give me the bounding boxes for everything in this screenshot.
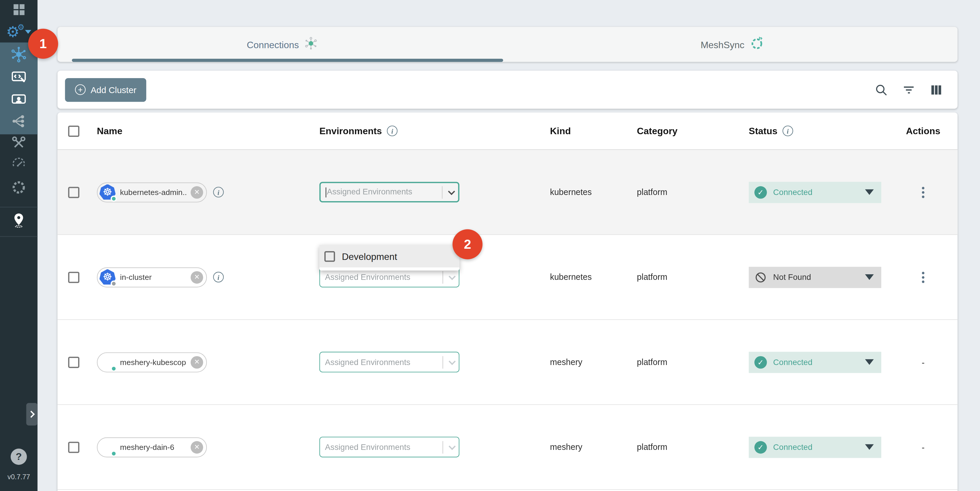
status-dot-notfound <box>111 280 117 286</box>
status-dot-connected <box>111 450 117 456</box>
select-all-checkbox[interactable] <box>68 126 79 137</box>
connection-info-icon[interactable]: i <box>213 187 224 197</box>
gears-icon: ⚙⚙ <box>6 24 20 39</box>
kind-cell: kubernetes <box>533 273 624 282</box>
column-header-category[interactable]: Category <box>623 126 729 136</box>
remove-connection-icon[interactable]: ✕ <box>191 186 203 199</box>
row-checkbox[interactable] <box>68 186 79 198</box>
table-toolbar: + Add Cluster <box>57 70 958 109</box>
column-header-status[interactable]: Status i <box>729 126 889 136</box>
column-header-kind[interactable]: Kind <box>533 126 624 136</box>
connected-check-icon: ✓ <box>754 186 767 199</box>
connection-name-chip[interactable]: meshery-kubescop... ✕ <box>97 352 207 372</box>
sidebar-item-service-mesh[interactable] <box>0 113 38 132</box>
table-row: ☸ kubernetes-admin... ✕ i Assigned Envir… <box>57 150 958 235</box>
meshery-ring-icon <box>11 180 27 198</box>
caret-down-icon <box>865 359 874 365</box>
connection-info-icon[interactable]: i <box>213 272 224 283</box>
meshsync-spinner-icon <box>749 35 764 53</box>
chevron-down-icon[interactable] <box>449 273 456 280</box>
sidebar-expand-button[interactable] <box>26 403 37 426</box>
filter-icon <box>902 83 916 97</box>
sidebar-item-configuration[interactable] <box>0 69 38 87</box>
plus-icon: + <box>75 84 86 95</box>
row-actions-menu-button[interactable] <box>922 271 924 283</box>
row-checkbox[interactable] <box>68 271 79 283</box>
sidebar: ⚙⚙ <box>0 0 38 491</box>
tab-meshsync[interactable]: MeshSync <box>508 27 958 62</box>
branch-nodes-icon <box>11 113 27 132</box>
option-checkbox[interactable] <box>324 251 335 261</box>
location-pin-icon <box>11 212 27 230</box>
sidebar-item-performance[interactable] <box>0 156 38 174</box>
kubernetes-logo-icon: ☸ <box>99 269 115 285</box>
table-header-row: Name Environments i Kind Category Status… <box>57 113 958 150</box>
dashboard-grid-icon <box>12 3 25 19</box>
status-dot-connected <box>111 195 117 202</box>
sidebar-item-users[interactable] <box>0 91 38 110</box>
connection-name-chip[interactable]: meshery-dain-6 ✕ <box>97 437 207 457</box>
connected-check-icon: ✓ <box>754 441 767 453</box>
app-version: v0.7.77 <box>0 473 38 481</box>
sidebar-divider <box>0 207 38 207</box>
caret-down-icon <box>865 274 874 280</box>
caret-down-icon <box>865 189 874 195</box>
kind-cell: meshery <box>533 442 624 452</box>
category-cell: platform <box>623 442 729 452</box>
remove-connection-icon[interactable]: ✕ <box>191 441 203 453</box>
columns-icon <box>929 83 943 97</box>
environments-select[interactable]: Assigned Environments <box>319 352 460 372</box>
chevron-down-icon[interactable] <box>449 443 456 450</box>
caret-down-icon <box>865 444 874 450</box>
chevron-down-icon[interactable] <box>449 358 456 365</box>
toolbar-icons <box>872 81 945 99</box>
remove-connection-icon[interactable]: ✕ <box>191 356 203 369</box>
tab-connections[interactable]: Connections <box>57 27 508 62</box>
connected-check-icon: ✓ <box>754 356 767 369</box>
connection-name-chip[interactable]: ☸ in-cluster ✕ <box>97 267 207 287</box>
add-cluster-button[interactable]: + Add Cluster <box>65 78 146 102</box>
info-icon[interactable]: i <box>387 126 398 136</box>
view-columns-button[interactable] <box>928 81 945 99</box>
chevron-down-icon[interactable] <box>448 188 455 195</box>
status-select[interactable]: ✓ Connected <box>749 436 881 458</box>
row-actions-menu-button[interactable] <box>922 186 924 198</box>
status-select[interactable]: Not Found <box>749 266 881 288</box>
sidebar-divider <box>0 236 38 237</box>
environment-option-development[interactable]: Development <box>319 245 460 267</box>
active-tab-indicator <box>72 59 503 62</box>
help-button[interactable]: ? <box>0 448 38 466</box>
environments-select[interactable]: Assigned Environments <box>319 182 460 202</box>
avatar-icon <box>99 354 115 370</box>
search-button[interactable] <box>872 81 890 99</box>
status-select[interactable]: ✓ Connected <box>749 181 881 203</box>
filter-button[interactable] <box>900 81 918 99</box>
column-header-environments[interactable]: Environments i <box>310 126 532 136</box>
table-row: meshery-kubescop... ✕ Assigned Environme… <box>57 320 958 405</box>
status-dot-connected <box>111 365 117 372</box>
chevron-right-icon <box>27 411 34 418</box>
status-select[interactable]: ✓ Connected <box>749 351 881 373</box>
sidebar-item-toolkit[interactable] <box>0 135 38 154</box>
info-icon[interactable]: i <box>782 126 793 136</box>
row-checkbox[interactable] <box>68 356 79 368</box>
table-row: meshery-dain-6 ✕ Assigned Environments m… <box>57 405 958 490</box>
kind-cell: kubernetes <box>533 188 624 197</box>
sidebar-item-catalog[interactable] <box>0 180 38 198</box>
environments-select[interactable]: Assigned Environments <box>319 437 460 457</box>
chevron-down-icon <box>25 30 32 34</box>
connection-name-chip[interactable]: ☸ kubernetes-admin... ✕ <box>97 182 207 202</box>
row-checkbox[interactable] <box>68 442 79 453</box>
column-header-actions: Actions <box>889 126 958 136</box>
help-icon: ? <box>11 449 27 465</box>
connections-network-icon <box>10 46 28 65</box>
remove-connection-icon[interactable]: ✕ <box>191 271 203 283</box>
annotation-step-1: 1 <box>28 29 58 59</box>
sidebar-item-location[interactable] <box>0 211 38 231</box>
gauge-icon <box>11 156 27 175</box>
category-cell: platform <box>623 273 729 282</box>
tab-connections-label: Connections <box>247 39 299 49</box>
not-found-icon <box>754 271 767 283</box>
sidebar-item-dashboard[interactable] <box>0 2 38 19</box>
column-header-name[interactable]: Name <box>89 126 310 136</box>
